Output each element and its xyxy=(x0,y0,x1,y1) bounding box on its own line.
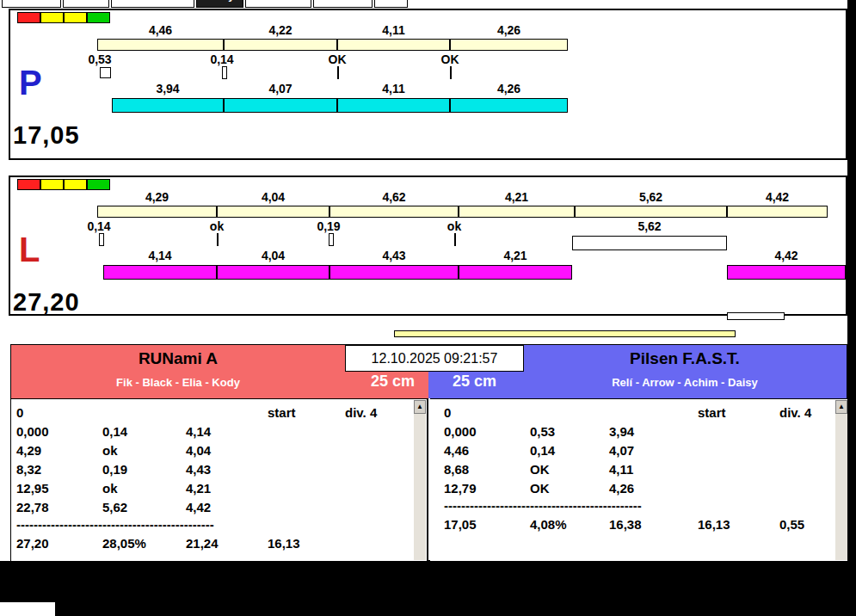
table-separator: ----------------------------------------… xyxy=(11,516,427,535)
table-row: 22,785,624,42 xyxy=(11,499,427,518)
crossing-value: OK xyxy=(329,52,347,66)
start-lights-l xyxy=(17,179,110,190)
start-light xyxy=(64,179,87,190)
table-cell: 16,13 xyxy=(698,516,730,533)
table-cell: 8,68 xyxy=(444,461,469,478)
table-cell: 0,000 xyxy=(444,423,477,440)
table-cell: 4,04 xyxy=(186,442,211,459)
start-light xyxy=(17,12,40,23)
tab-kr-st[interactable]: KR / ST xyxy=(313,0,372,8)
split-bar-segment-top xyxy=(450,39,568,51)
table-cell: 4,08% xyxy=(530,516,567,533)
table-row: 4,460,144,07 xyxy=(430,442,848,461)
table-cell: 21,24 xyxy=(186,535,219,552)
left-results-table: ▲ 0startdiv. 40,0000,144,144,29ok4,048,3… xyxy=(11,398,428,561)
lane-total-time-l: 27,20 xyxy=(13,290,80,315)
lane-letter-l: L xyxy=(19,232,40,267)
table-row: 0,0000,533,94 xyxy=(430,423,848,442)
table-cell: 4,46 xyxy=(444,442,469,459)
split-time-bottom: 4,43 xyxy=(382,249,405,262)
split-bar-segment-top xyxy=(217,206,329,218)
table-cell: 4,11 xyxy=(609,461,633,478)
fault-rerun-bar xyxy=(572,236,727,250)
tab-bar: RozběhČidlaKombi+GrafGrafyDružstvaKR / S… xyxy=(2,0,847,8)
table-separator: ----------------------------------------… xyxy=(430,497,848,516)
split-bar-segment-top xyxy=(727,206,828,218)
tab-rozb-h[interactable]: Rozběh xyxy=(2,0,61,8)
split-time-top: 4,29 xyxy=(145,190,169,204)
split-time-top: 4,42 xyxy=(766,190,789,204)
table-cell: 17,05 xyxy=(444,516,477,533)
crossing-value: ok xyxy=(447,219,461,233)
table-row: 12,79OK4,26 xyxy=(430,480,848,499)
table-cell: 4,43 xyxy=(186,461,211,478)
crossing-value: ok xyxy=(210,219,224,233)
table-cell: 4,29 xyxy=(16,442,41,459)
start-lights-p xyxy=(17,12,110,23)
table-row: 8,68OK4,11 xyxy=(430,461,848,480)
results-section: RUNami A Fik - Black - Elia - Kody 25 cm… xyxy=(10,344,847,561)
table-cell: 5,62 xyxy=(102,499,127,516)
table-cell: OK xyxy=(530,480,550,497)
split-bar-segment-top xyxy=(575,206,727,218)
table-cell: ok xyxy=(102,480,118,497)
left-team-name: RUNami A xyxy=(11,349,345,368)
start-light xyxy=(40,12,64,23)
crossing-mark-box xyxy=(100,67,111,78)
table-row: 12,95ok4,21 xyxy=(11,480,427,499)
tab-dru-stva[interactable]: Družstva xyxy=(245,0,311,8)
split-bar-segment-bottom xyxy=(224,98,337,113)
table-cell: start xyxy=(268,404,296,422)
table-cell: div. 4 xyxy=(345,404,377,422)
table-cell: ----------------------------------------… xyxy=(16,516,214,533)
split-bar-segment-bottom xyxy=(727,265,846,280)
table-cell: 0,19 xyxy=(102,461,127,478)
split-bar-segment-bottom xyxy=(337,98,450,113)
tab-grafy[interactable]: Grafy xyxy=(196,0,244,8)
crossing-mark xyxy=(337,66,339,79)
tab-kombi-graf[interactable]: Kombi+Graf xyxy=(111,0,194,8)
crossing-value: 0,14 xyxy=(210,52,233,66)
start-light xyxy=(17,179,40,190)
split-time-bottom: 4,11 xyxy=(382,82,404,95)
table-header-row: 0startdiv. 4 xyxy=(430,404,848,423)
right-jump-height: 25 cm xyxy=(453,373,496,391)
table-cell: div. 4 xyxy=(779,404,811,422)
split-time-top: 4,26 xyxy=(497,23,520,37)
table-cell: OK xyxy=(530,461,550,478)
table-cell: 0,14 xyxy=(530,442,555,459)
crossing-value: 0,19 xyxy=(317,219,340,233)
corner-artifact xyxy=(0,602,55,616)
start-light xyxy=(64,12,87,23)
lane-panel-p: P 17,05 4,464,224,114,260,530,14OKOK3,94… xyxy=(9,9,847,160)
split-bar-segment-bottom xyxy=(459,265,572,280)
tab--idla[interactable]: Čidla xyxy=(63,0,109,8)
split-time-bottom: 4,07 xyxy=(268,82,292,95)
table-cell: ok xyxy=(102,442,118,459)
split-time-top: 4,46 xyxy=(149,23,172,37)
split-bar-segment-top xyxy=(337,39,450,51)
table-row: 8,320,194,43 xyxy=(11,461,427,480)
crossing-mark xyxy=(217,233,219,246)
split-bar-segment-top xyxy=(224,39,337,51)
table-cell: 27,20 xyxy=(16,535,49,552)
flyball-timing-app: RozběhČidlaKombi+GrafGrafyDružstvaKR / S… xyxy=(0,0,856,616)
right-team-name: Pilsen F.A.S.T. xyxy=(523,349,847,368)
tab-dl[interactable]: DL xyxy=(374,0,408,8)
crossing-mark xyxy=(450,66,452,79)
table-totals-row: 17,054,08%16,3816,130,55 xyxy=(430,516,848,535)
split-bar-segment-top xyxy=(459,206,575,218)
split-time-bottom: 4,14 xyxy=(148,249,171,262)
overflow-bar xyxy=(727,312,785,320)
right-team-dogs: Relí - Arrow - Achim - Daisy xyxy=(523,376,847,389)
split-time-top: 5,62 xyxy=(639,190,662,204)
table-cell: 12,79 xyxy=(444,480,477,497)
crossing-value: OK xyxy=(441,52,459,66)
table-cell: 0,000 xyxy=(16,423,49,440)
race-progress-bar xyxy=(394,330,736,337)
crossing-value: 0,14 xyxy=(87,219,110,233)
split-bar-segment-bottom xyxy=(217,265,329,280)
left-team-dogs: Fik - Black - Elia - Kody xyxy=(11,376,345,389)
table-cell: 22,78 xyxy=(16,499,49,516)
split-bar-segment-top xyxy=(97,39,224,51)
